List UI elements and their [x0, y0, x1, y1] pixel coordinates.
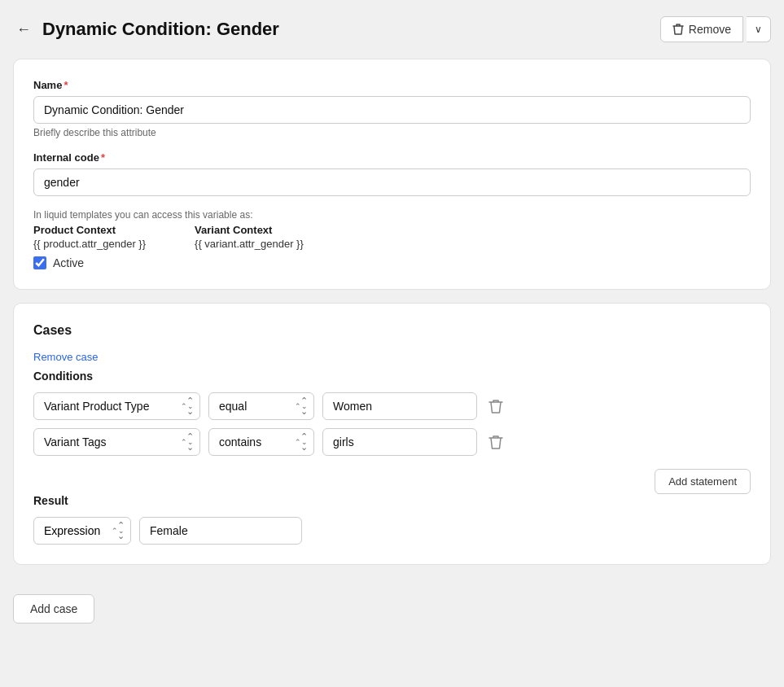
- add-case-button[interactable]: Add case: [13, 594, 94, 624]
- chevron-button[interactable]: ∨: [747, 16, 771, 42]
- internal-code-label: Internal code *: [33, 151, 751, 164]
- operator-select-2[interactable]: equal not equal contains does not contai…: [208, 428, 314, 456]
- result-section: Result Expression Static Attribute ⌃⌄: [33, 494, 751, 545]
- name-required-star: *: [64, 79, 68, 91]
- page-title: Dynamic Condition: Gender: [42, 19, 279, 40]
- main-form-card: Name * Briefly describe this attribute I…: [13, 59, 771, 290]
- result-row: Expression Static Attribute ⌃⌄: [33, 517, 751, 545]
- result-value-input[interactable]: [139, 517, 302, 545]
- value-input-1[interactable]: [322, 392, 477, 420]
- result-type-select[interactable]: Expression Static Attribute: [33, 517, 131, 545]
- condition-row-2: Variant Product Type Variant Tags Varian…: [33, 428, 751, 456]
- header-left: ← Dynamic Condition: Gender: [13, 19, 279, 40]
- product-context-value: {{ product.attr_gender }}: [33, 238, 146, 250]
- operator-select-1[interactable]: equal not equal contains does not contai…: [208, 392, 314, 420]
- remove-case-button[interactable]: Remove case: [33, 351, 98, 363]
- cases-card: Cases Remove case Conditions Variant Pro…: [13, 303, 771, 565]
- internal-code-input[interactable]: [33, 168, 751, 196]
- name-group: Name * Briefly describe this attribute: [33, 79, 751, 138]
- variant-context-value: {{ variant.attr_gender }}: [195, 238, 304, 250]
- name-label: Name *: [33, 79, 751, 91]
- header-actions: Remove ∨: [660, 16, 771, 42]
- product-context-col: Product Context {{ product.attr_gender }…: [33, 224, 146, 250]
- active-label[interactable]: Active: [53, 256, 84, 269]
- trash-icon-1: [488, 398, 503, 414]
- remove-button[interactable]: Remove: [660, 16, 743, 42]
- variant-context-header: Variant Context: [195, 224, 304, 236]
- remove-case-container: Remove case: [33, 351, 751, 363]
- active-row: Active: [33, 256, 751, 269]
- operator-select-wrapper-1: equal not equal contains does not contai…: [208, 392, 314, 420]
- trash-icon: [672, 23, 684, 36]
- condition-row-1: Variant Product Type Variant Tags Varian…: [33, 392, 751, 420]
- value-input-2[interactable]: [322, 428, 477, 456]
- name-input[interactable]: [33, 96, 751, 124]
- active-checkbox[interactable]: [33, 256, 46, 269]
- remove-label: Remove: [689, 23, 731, 36]
- field-select-2[interactable]: Variant Product Type Variant Tags Varian…: [33, 428, 200, 456]
- name-hint: Briefly describe this attribute: [33, 127, 751, 138]
- liquid-section: In liquid templates you can access this …: [33, 209, 751, 250]
- result-label: Result: [33, 494, 751, 507]
- product-context-header: Product Context: [33, 224, 146, 236]
- field-select-wrapper-1: Variant Product Type Variant Tags Varian…: [33, 392, 200, 420]
- result-type-select-wrapper: Expression Static Attribute ⌃⌄: [33, 517, 131, 545]
- add-statement-button[interactable]: Add statement: [655, 469, 751, 494]
- page-header: ← Dynamic Condition: Gender Remove ∨: [13, 16, 771, 42]
- variant-context-col: Variant Context {{ variant.attr_gender }…: [195, 224, 304, 250]
- operator-select-wrapper-2: equal not equal contains does not contai…: [208, 428, 314, 456]
- conditions-label: Conditions: [33, 370, 751, 383]
- internal-code-required-star: *: [101, 151, 105, 164]
- field-select-1[interactable]: Variant Product Type Variant Tags Varian…: [33, 392, 200, 420]
- liquid-hint: In liquid templates you can access this …: [33, 209, 751, 221]
- back-button[interactable]: ←: [13, 20, 34, 40]
- cases-section-title: Cases: [33, 323, 751, 338]
- chevron-down-icon: ∨: [755, 24, 762, 35]
- field-select-wrapper-2: Variant Product Type Variant Tags Varian…: [33, 428, 200, 456]
- liquid-table: Product Context {{ product.attr_gender }…: [33, 224, 751, 250]
- internal-code-group: Internal code *: [33, 151, 751, 196]
- trash-icon-2: [488, 434, 503, 450]
- delete-condition-2-button[interactable]: [485, 431, 506, 453]
- delete-condition-1-button[interactable]: [485, 395, 506, 418]
